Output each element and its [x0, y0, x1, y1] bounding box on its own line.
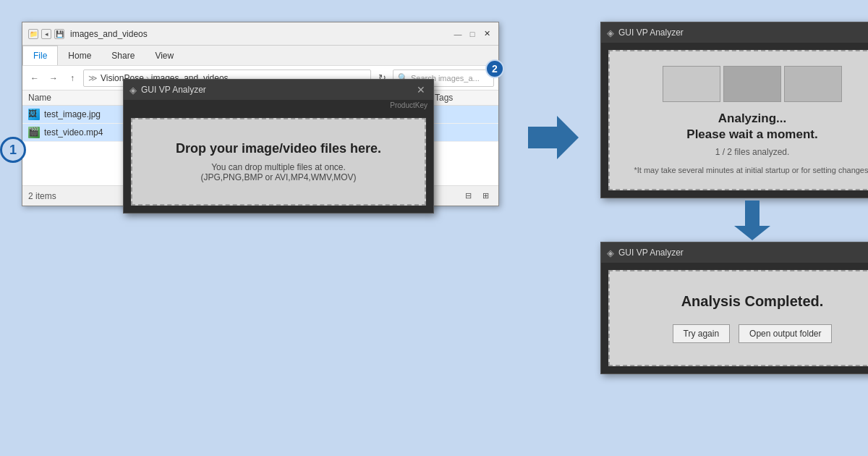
titlebar-left: 📁 ◂ 💾 images_and_videos	[28, 29, 148, 39]
video-file-icon: 🎬	[28, 127, 40, 138]
completed-buttons: Try again Open output folder	[624, 324, 868, 343]
dialog-drop-title: GUI VP Analyzer	[141, 85, 206, 95]
back-button[interactable]: ←	[27, 70, 43, 86]
folder-icon-small: 📁	[28, 29, 38, 39]
completed-title: Analysis Completed.	[624, 293, 868, 310]
open-folder-button[interactable]: Open output folder	[739, 324, 832, 343]
completed-body: Analysis Completed. Try again Open outpu…	[608, 270, 868, 366]
completed-dialog-icon: ◈	[607, 248, 614, 258]
step-badge-1: 1	[0, 137, 26, 163]
back-icon-small: ◂	[41, 29, 51, 39]
explorer-titlebar: 📁 ◂ 💾 images_and_videos — □ ✕	[22, 22, 498, 46]
dialog-drop-titlebar-left: ◈ GUI VP Analyzer	[129, 85, 206, 96]
image-file-icon: 🖼	[28, 109, 40, 120]
path-icon: ≫	[88, 73, 98, 83]
ribbon-tabs: File Home Share View	[22, 46, 498, 66]
big-arrow-down	[734, 200, 770, 240]
product-key-label: ProductKey	[124, 100, 433, 111]
thumb-3	[784, 66, 842, 102]
analyzing-title: Analyzing... Please wait a moment.	[624, 111, 868, 143]
dialog-analyzing: ◈ GUI VP Analyzer ✕ Analyzing... Please …	[600, 22, 868, 198]
step-badge-2: 2	[485, 59, 504, 78]
drop-sub2: (JPG,PNG,BMP or AVI,MP4,WMV,MOV)	[147, 172, 410, 182]
maximize-button[interactable]: □	[467, 28, 478, 40]
analyzing-dialog-title: GUI VP Analyzer	[618, 28, 684, 38]
dialog-drop-close[interactable]: ✕	[414, 83, 427, 96]
view-details-button[interactable]: ⊟	[461, 189, 475, 203]
status-icons: ⊟ ⊞	[461, 189, 493, 203]
dialog-completed: ◈ GUI VP Analyzer ✕ Analysis Completed. …	[600, 242, 868, 374]
window-controls: — □ ✕	[452, 28, 493, 40]
analyzing-titlebar-left: ◈ GUI VP Analyzer	[607, 28, 684, 38]
dialog-drop-icon: ◈	[129, 85, 137, 96]
completed-dialog-title: GUI VP Analyzer	[618, 248, 684, 258]
status-item-count: 2 items	[28, 191, 56, 201]
analyzing-titlebar: ◈ GUI VP Analyzer ✕	[601, 22, 868, 43]
explorer-title: images_and_videos	[70, 29, 148, 39]
big-arrow-right	[528, 116, 579, 159]
analyzing-body: Analyzing... Please wait a moment. 1 / 2…	[608, 50, 868, 190]
analyzing-progress: 1 / 2 files analyzed.	[624, 147, 868, 157]
svg-marker-1	[734, 200, 770, 240]
try-again-button[interactable]: Try again	[673, 324, 731, 343]
close-button[interactable]: ✕	[481, 28, 493, 40]
tab-share[interactable]: Share	[101, 46, 145, 65]
forward-button[interactable]: →	[46, 70, 61, 86]
tab-home[interactable]: Home	[58, 46, 101, 65]
view-tiles-button[interactable]: ⊞	[478, 189, 493, 203]
drop-sub1: You can drop multiple files at once.	[147, 162, 410, 172]
drop-title: Drop your image/video files here.	[147, 141, 410, 156]
thumb-1	[663, 66, 720, 102]
save-icon-small: 💾	[54, 29, 64, 39]
completed-titlebar-left: ◈ GUI VP Analyzer	[607, 248, 684, 258]
thumbnail-row	[624, 66, 868, 102]
tab-file[interactable]: File	[22, 46, 58, 65]
arrow-right-container	[528, 65, 579, 210]
col-tags: Tags	[435, 93, 493, 103]
tab-view[interactable]: View	[145, 46, 184, 65]
dialog-drop: ◈ GUI VP Analyzer ✕ ProductKey Drop your…	[123, 79, 434, 214]
dialog-drop-titlebar: ◈ GUI VP Analyzer ✕	[124, 80, 433, 100]
svg-marker-0	[528, 116, 579, 159]
completed-titlebar: ◈ GUI VP Analyzer ✕	[601, 242, 868, 263]
thumb-2	[723, 66, 781, 102]
analyzing-note: *It may take several minutes at initial …	[624, 166, 868, 174]
drop-zone[interactable]: Drop your image/video files here. You ca…	[131, 118, 426, 206]
minimize-button[interactable]: —	[452, 28, 464, 40]
analyzing-dialog-icon: ◈	[607, 28, 614, 38]
up-button[interactable]: ↑	[64, 70, 80, 86]
